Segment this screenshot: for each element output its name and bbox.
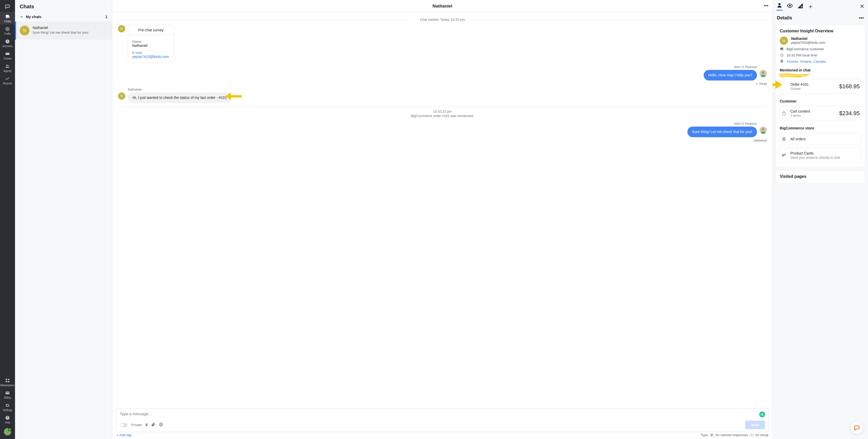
private-toggle[interactable] <box>120 423 128 427</box>
grammarly-icon[interactable]: G <box>759 412 765 417</box>
svg-text:?: ? <box>7 416 8 419</box>
svg-rect-6 <box>6 379 7 380</box>
nav-help[interactable]: ? Help <box>0 413 15 426</box>
mentioned-section-label: Mentioned in chat <box>780 68 861 72</box>
composer-area: G Private # Send + Add tag Type # for ca… <box>112 405 773 439</box>
tab-bigcommerce[interactable]: B <box>797 3 803 10</box>
customer-section-label: Customer <box>780 99 861 103</box>
message-composer[interactable]: G Private # Send <box>116 408 769 432</box>
agent-name-label: John G Pearson <box>118 65 757 69</box>
tab-person[interactable] <box>776 2 783 10</box>
svg-rect-3 <box>6 53 9 55</box>
svg-rect-7 <box>8 379 9 380</box>
product-cards-title: Product Cards <box>790 151 840 155</box>
hash-icon[interactable]: # <box>145 423 148 427</box>
customer-avatar-small: N <box>118 25 125 32</box>
customer-message: Hi, I just wanted to check the status of… <box>128 92 231 103</box>
close-details-icon[interactable]: ✕ <box>860 3 864 10</box>
emoji-icon[interactable] <box>159 422 163 427</box>
svg-point-15 <box>762 128 764 130</box>
svg-rect-32 <box>784 154 786 156</box>
annotation-arrow-icon <box>773 79 784 91</box>
user-avatar[interactable] <box>4 428 11 435</box>
nav-billing[interactable]: Billing <box>0 388 15 401</box>
chats-title: Chats <box>15 0 112 12</box>
time-info: 10:32 PM local time <box>780 53 861 57</box>
annotation-underline-icon <box>779 73 810 77</box>
annotation-arrow-icon <box>224 90 242 102</box>
nav-archives[interactable]: Archives <box>0 37 15 49</box>
visited-pages-title: Visited pages <box>780 174 861 179</box>
chats-group-count: 1 <box>105 15 107 19</box>
brand-icon <box>5 1 10 12</box>
svg-point-4 <box>6 65 7 66</box>
nav-settings[interactable]: Settings <box>0 401 15 413</box>
conversation-column: Nathaniel ••• Chat started: Today, 10:32… <box>112 0 773 439</box>
cart-total: $234.95 <box>839 110 860 117</box>
add-tag-link[interactable]: + Add tag <box>116 432 132 437</box>
agent-name-label: John G Pearson <box>118 122 757 126</box>
nav-chats[interactable]: Chats <box>0 12 15 24</box>
chats-group-toggle[interactable]: My chats 1 <box>15 12 112 22</box>
location-info: Toronto, Ontario, Canada <box>780 59 861 63</box>
customer-name-label: Nathaniel <box>128 88 767 91</box>
cart-title: Cart content <box>790 109 810 114</box>
product-cards-card[interactable]: Product Cards Send your products directl… <box>780 148 861 163</box>
cart-items: 2 items <box>790 114 810 118</box>
nav-label: Archives <box>3 45 12 48</box>
all-orders-card[interactable]: All orders <box>780 133 861 145</box>
nav-label: Tickets <box>3 57 11 60</box>
tab-visibility[interactable] <box>787 3 793 10</box>
store-section-label: BigCommerce store <box>780 126 861 130</box>
svg-point-5 <box>8 65 9 66</box>
nav-tickets[interactable]: Tickets <box>0 49 15 62</box>
mentioned-order-card[interactable]: Order #101 Closed $168.95 <box>780 79 861 94</box>
cart-icon <box>781 111 787 116</box>
composer-hints: Type # for canned responses : for emoji <box>700 432 769 437</box>
nav-traffic[interactable]: Traffic <box>0 24 15 37</box>
colon-key: : <box>749 433 754 437</box>
send-button[interactable]: Send <box>745 420 765 429</box>
cart-content-card[interactable]: Cart content 2 items $234.95 <box>780 106 861 121</box>
customer-name: Nathaniel <box>791 36 825 41</box>
livechat-bubble[interactable] <box>850 421 863 434</box>
svg-point-17 <box>160 424 161 424</box>
message-input[interactable] <box>120 412 765 416</box>
svg-point-20 <box>789 5 790 6</box>
all-orders-label: All orders <box>790 137 806 141</box>
location-link[interactable]: Toronto, Ontario, Canada <box>786 60 826 63</box>
svg-point-16 <box>159 423 162 426</box>
svg-rect-29 <box>783 139 785 139</box>
customer-avatar: N <box>780 36 788 45</box>
nav-label: Settings <box>3 409 12 412</box>
nav-label: Traffic <box>4 32 11 35</box>
conversation-more-icon[interactable]: ••• <box>764 3 768 8</box>
nav-agents[interactable]: Agents <box>0 62 15 74</box>
order-status: Closed <box>790 87 809 91</box>
add-tab-icon[interactable]: ＋ <box>807 3 814 9</box>
conversation-header: Nathaniel ••• <box>112 0 773 12</box>
customer-email: yejola7410@ibrilo.com <box>791 41 825 44</box>
attachment-icon[interactable] <box>151 422 155 427</box>
order-title: Order #101 <box>790 82 809 87</box>
hash-key: # <box>709 433 714 437</box>
svg-point-0 <box>7 29 8 30</box>
agent-message: Hello. How may I help you? <box>704 70 757 81</box>
chat-list-item[interactable]: N Nathaniel Sure thing! Let me check tha… <box>15 22 112 40</box>
survey-name-label: Name: <box>132 40 169 43</box>
details-more-icon[interactable]: ••• <box>859 15 864 21</box>
nav-reports[interactable]: Reports <box>0 74 15 87</box>
left-nav: Chats Traffic Archives Tickets Agents Re… <box>0 0 15 439</box>
svg-text:B: B <box>801 5 803 8</box>
svg-point-19 <box>778 3 780 5</box>
delivered-receipt: Delivered <box>118 139 767 143</box>
read-receipt: Read <box>118 82 767 86</box>
survey-email-value[interactable]: yejola7410@ibrilo.com <box>132 55 169 59</box>
system-event-time: 10:32:22 pm <box>118 109 767 114</box>
chat-item-name: Nathaniel <box>33 26 89 30</box>
chat-item-preview: Sure thing! Let me check that for you! <box>33 31 89 34</box>
order-total: $168.95 <box>839 83 860 90</box>
nav-marketplace[interactable]: Marketplace <box>0 376 15 388</box>
customer-avatar-small: N <box>118 92 125 100</box>
product-cards-sub: Send your products directly in chat <box>790 156 840 159</box>
